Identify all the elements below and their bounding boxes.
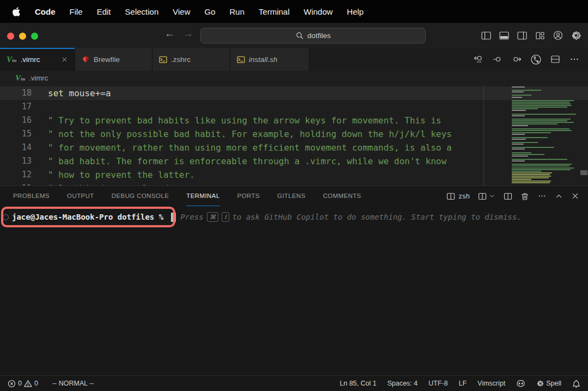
- copilot-hint: Press⌘Ito ask GitHub Copilot to do somet…: [181, 212, 522, 222]
- spell-checker[interactable]: Spell: [536, 380, 561, 387]
- tab-install.sh[interactable]: install.sh: [230, 48, 309, 71]
- encoding[interactable]: UTF-8: [428, 380, 448, 387]
- terminal-cursor: [171, 213, 176, 222]
- code-text: " Do this in normal mode...: [32, 182, 189, 185]
- minimap[interactable]: [512, 86, 577, 185]
- language-mode[interactable]: Vimscript: [477, 380, 505, 387]
- code-text: " bad habit. The former is enforceable t…: [32, 154, 446, 168]
- menu-file[interactable]: File: [70, 7, 83, 16]
- panel-tabbar: PROBLEMSOUTPUTDEBUG CONSOLETERMINALPORTS…: [0, 186, 588, 206]
- new-terminal-button[interactable]: [478, 192, 495, 201]
- problems-status[interactable]: 0 0: [8, 380, 38, 388]
- more-actions-icon[interactable]: [569, 54, 580, 65]
- panel-tab-debug-console[interactable]: DEBUG CONSOLE: [112, 186, 169, 206]
- tab-.vimrc[interactable]: Vim.vimrc: [0, 48, 75, 71]
- editor-line: 12" how to prevent the latter.: [0, 168, 588, 182]
- line-number: 13: [0, 154, 32, 168]
- tab-label: install.sh: [249, 55, 278, 64]
- cmd-keycap: ⌘: [207, 212, 219, 222]
- git-graph-icon[interactable]: [530, 54, 542, 65]
- terminal-instance[interactable]: zsh: [446, 192, 470, 201]
- editor-line: 14" for movement, rather than using more…: [0, 141, 588, 154]
- menu-window[interactable]: Window: [304, 7, 333, 16]
- copilot-icon[interactable]: [516, 379, 525, 388]
- line-number: 18: [0, 86, 32, 100]
- tab-label: Brewfile: [94, 55, 120, 64]
- editor-line: 11" Do this in normal mode...: [0, 182, 588, 185]
- apple-logo-icon[interactable]: [12, 7, 21, 17]
- gitlens-history-icon[interactable]: [473, 54, 484, 65]
- panel-tab-ports[interactable]: PORTS: [237, 186, 260, 206]
- split-terminal-icon[interactable]: [504, 192, 512, 201]
- menu-go[interactable]: Go: [205, 7, 216, 16]
- back-icon[interactable]: ←: [164, 28, 175, 40]
- customize-layout-icon[interactable]: [535, 30, 546, 41]
- panel-tab-comments[interactable]: COMMENTS: [323, 186, 361, 206]
- layout-controls: [481, 30, 581, 41]
- tab-Brewfile[interactable]: Brewfile: [75, 48, 152, 71]
- tab-.zshrc[interactable]: .zshrc: [152, 48, 230, 71]
- breadcrumb-file: .vimrc: [29, 74, 48, 82]
- code-text: " not the only possible bad habit. For e…: [32, 127, 452, 141]
- previous-change-icon[interactable]: [492, 54, 503, 65]
- command-decoration-icon[interactable]: [3, 214, 9, 220]
- zoom-window-button[interactable]: [31, 33, 38, 40]
- editor-line: 17: [0, 100, 588, 114]
- close-window-button[interactable]: [7, 33, 14, 40]
- more-actions-icon[interactable]: [537, 191, 547, 201]
- terminal-split-icon: [446, 192, 455, 201]
- vim-mode-indicator[interactable]: -- NORMAL --: [52, 380, 94, 387]
- minimize-window-button[interactable]: [19, 33, 26, 40]
- eol-sequence[interactable]: LF: [458, 380, 467, 387]
- editor-ruler: [483, 85, 484, 185]
- menu-app-name[interactable]: Code: [35, 7, 56, 16]
- shell-file-icon: [237, 55, 245, 64]
- close-panel-icon[interactable]: [571, 192, 579, 200]
- maximize-panel-icon[interactable]: [555, 192, 563, 200]
- menu-selection[interactable]: Selection: [125, 7, 159, 16]
- next-change-icon[interactable]: [511, 54, 522, 65]
- code-editor[interactable]: 18set mouse+=a1716" Try to prevent bad h…: [0, 85, 588, 185]
- forward-icon[interactable]: →: [183, 28, 193, 40]
- editor-line: 18set mouse+=a: [0, 86, 588, 100]
- menu-edit[interactable]: Edit: [97, 7, 111, 16]
- layout-sidebar-right-icon[interactable]: [517, 30, 528, 41]
- line-number: 16: [0, 114, 32, 127]
- panel-tab-problems[interactable]: PROBLEMS: [13, 186, 50, 206]
- editor-line: 16" Try to prevent bad habits like using…: [0, 114, 588, 127]
- line-number: 11: [0, 182, 32, 185]
- layout-panel-icon[interactable]: [499, 30, 510, 41]
- close-icon[interactable]: [61, 56, 68, 63]
- code-text: set mouse+=a: [32, 86, 111, 100]
- warning-count: 0: [34, 380, 38, 387]
- kill-terminal-icon[interactable]: [520, 192, 529, 201]
- menu-help[interactable]: Help: [347, 7, 364, 16]
- menu-run[interactable]: Run: [230, 7, 245, 16]
- command-center-search[interactable]: dotfiles: [200, 28, 426, 44]
- scrollbar-slider[interactable]: [580, 170, 587, 175]
- bell-icon[interactable]: [572, 380, 580, 388]
- editor-line: 15" not the only possible bad habit. For…: [0, 127, 588, 141]
- chevron-down-icon: [488, 193, 495, 200]
- search-icon: [296, 32, 304, 40]
- layout-sidebar-left-icon[interactable]: [481, 30, 492, 41]
- split-editor-icon[interactable]: [550, 54, 561, 65]
- line-number: 12: [0, 168, 32, 182]
- account-icon[interactable]: [553, 30, 564, 41]
- traffic-lights: [7, 33, 38, 40]
- terminal[interactable]: jace@Jaces-MacBook-Pro dotfiles % Press⌘…: [0, 206, 588, 375]
- statusbar: 0 0 -- NORMAL -- Ln 85, Col 1 Spaces: 4 …: [0, 375, 588, 391]
- breadcrumb[interactable]: Vim .vimrc: [0, 71, 588, 85]
- panel-tab-output[interactable]: OUTPUT: [67, 186, 94, 206]
- line-number: 15: [0, 127, 32, 141]
- settings-gear-icon[interactable]: [571, 30, 581, 41]
- code-text: " how to prevent the latter.: [32, 168, 195, 182]
- menu-view[interactable]: View: [173, 7, 190, 16]
- editor-tabbar: Vim.vimrcBrewfile.zshrcinstall.sh: [0, 48, 588, 71]
- panel-tab-gitlens[interactable]: GITLENS: [277, 186, 305, 206]
- indentation[interactable]: Spaces: 4: [387, 380, 418, 387]
- i-keycap: I: [222, 212, 229, 222]
- menu-terminal[interactable]: Terminal: [259, 7, 290, 16]
- panel-tab-terminal[interactable]: TERMINAL: [186, 186, 219, 206]
- cursor-position[interactable]: Ln 85, Col 1: [340, 380, 376, 387]
